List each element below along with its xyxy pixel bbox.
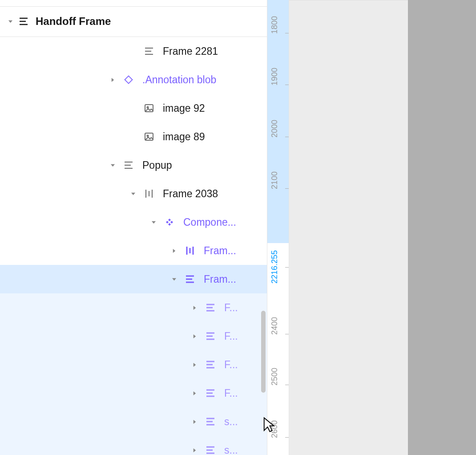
panel-title: Handoff Frame — [36, 15, 111, 28]
frame-v-icon — [184, 273, 196, 285]
layer-label: Frame 2038 — [163, 188, 218, 200]
ruler-tick-label: 2000 — [270, 120, 279, 138]
image-icon — [143, 131, 155, 142]
layer-label: Compone... — [183, 216, 236, 228]
layer-label: s... — [224, 416, 238, 428]
caret-right-icon — [129, 47, 137, 55]
layer-row[interactable]: F... — [0, 350, 267, 379]
layer-row[interactable]: .Annotation blob — [0, 65, 267, 94]
caret-right-icon — [129, 133, 137, 141]
layer-row[interactable]: image 92 — [0, 94, 267, 122]
caret-right-icon[interactable] — [109, 76, 117, 84]
ruler-tick-label: 2400 — [270, 317, 279, 335]
layer-label: F... — [224, 359, 238, 371]
layer-label: F... — [224, 330, 238, 342]
caret-down-icon[interactable] — [109, 161, 117, 169]
component-icon — [164, 216, 175, 228]
frame-v-icon — [205, 444, 216, 455]
caret-down-icon[interactable] — [149, 218, 157, 226]
layer-row[interactable]: Fram... — [0, 265, 267, 293]
layer-row[interactable]: Frame 2281 — [0, 37, 267, 65]
frame-icon — [18, 16, 29, 27]
ruler-tick-label: 1900 — [270, 68, 279, 85]
caret-right-icon[interactable] — [170, 247, 178, 255]
layer-label: Fram... — [204, 245, 236, 257]
layer-row[interactable]: image 89 — [0, 122, 267, 151]
frame-h-icon — [184, 245, 196, 256]
frame-v-icon — [123, 159, 134, 171]
ruler-tick-label: 2600 — [270, 420, 279, 438]
layer-label: s... — [224, 444, 238, 455]
frame-h-icon — [143, 188, 155, 199]
caret-down-icon[interactable] — [6, 17, 14, 25]
layer-row[interactable]: Compone... — [0, 208, 267, 236]
caret-right-icon[interactable] — [190, 332, 198, 340]
image-icon — [143, 102, 155, 114]
canvas-area[interactable] — [289, 0, 408, 455]
ruler-tick — [285, 437, 289, 438]
layer-label: Frame 2281 — [163, 45, 218, 57]
layer-row[interactable]: Fram... — [0, 236, 267, 265]
layer-tree: Frame 2281.Annotation blobimage 92image … — [0, 37, 267, 455]
layer-label: F... — [224, 387, 238, 399]
caret-down-icon[interactable] — [170, 275, 178, 283]
caret-right-icon[interactable] — [190, 418, 198, 426]
layer-label: .Annotation blob — [142, 74, 216, 86]
layer-label: image 89 — [163, 131, 205, 143]
caret-right-icon[interactable] — [190, 389, 198, 397]
frame-v-icon — [205, 416, 216, 427]
scrollbar-thumb[interactable] — [261, 311, 266, 393]
ruler-tick — [285, 267, 289, 268]
frame-v-icon — [143, 45, 155, 57]
caret-right-icon[interactable] — [190, 304, 198, 312]
layer-row[interactable]: F... — [0, 322, 267, 350]
layer-label: image 92 — [163, 102, 205, 114]
ruler-tick-label: 2100 — [270, 171, 279, 189]
panel-header-row[interactable]: Handoff Frame — [0, 6, 267, 37]
frame-v-icon — [205, 302, 216, 313]
frame-v-icon — [205, 387, 216, 399]
caret-right-icon[interactable] — [190, 446, 198, 454]
ruler-tick — [285, 334, 289, 334]
ruler-tick-label: 2500 — [270, 368, 279, 386]
ruler-tick — [285, 188, 289, 189]
layer-label: Popup — [142, 159, 172, 171]
ruler-tick — [285, 85, 289, 85]
layers-panel: Handoff Frame Frame 2281.Annotation blob… — [0, 0, 267, 455]
layer-row[interactable]: Frame 2038 — [0, 179, 267, 208]
ruler-tick — [285, 385, 289, 385]
layer-row[interactable]: F... — [0, 379, 267, 407]
layer-row[interactable]: s... — [0, 436, 267, 455]
layer-label: Fram... — [204, 273, 236, 285]
diamond-icon — [123, 74, 134, 85]
ruler-tick-label: 1800 — [270, 16, 279, 34]
frame-v-icon — [205, 359, 216, 370]
frame-v-icon — [205, 330, 216, 342]
ruler-tick — [285, 33, 289, 33]
caret-down-icon[interactable] — [129, 190, 137, 198]
caret-right-icon[interactable] — [190, 361, 198, 369]
layer-row[interactable]: F... — [0, 293, 267, 322]
ruler-tick — [285, 137, 289, 137]
layer-row[interactable]: Popup — [0, 151, 267, 179]
caret-right-icon — [129, 104, 137, 112]
canvas-outside — [408, 0, 476, 455]
layer-label: F... — [224, 302, 238, 314]
ruler-selected-value: 2216.255 — [270, 250, 279, 284]
layer-row[interactable]: s... — [0, 407, 267, 436]
ruler[interactable]: 18001900200021002216.255240025002600 — [267, 0, 289, 455]
